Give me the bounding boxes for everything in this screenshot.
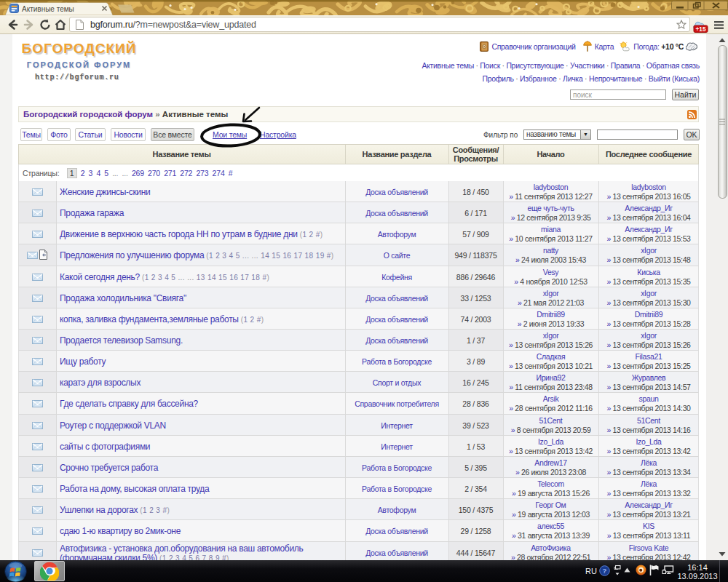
svg-text:+15: +15 (696, 26, 706, 33)
svg-text:?: ? (603, 567, 607, 575)
